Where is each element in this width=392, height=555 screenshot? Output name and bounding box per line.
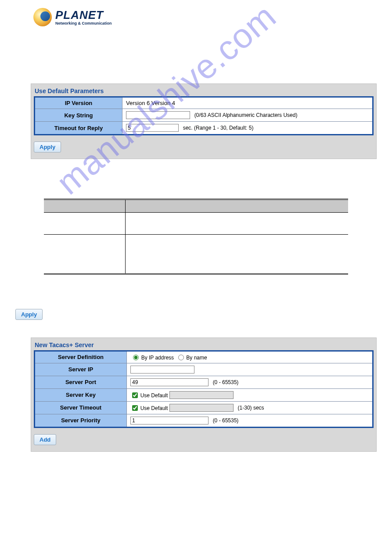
- by-ip-label: By IP address: [141, 355, 174, 361]
- table-row: Server Timeout Use Default (1-30) secs: [35, 401, 373, 414]
- brand-logo: PLANET Networking & Communication: [0, 0, 392, 26]
- server-port-hint: (0 - 65535): [213, 379, 239, 385]
- table-row: IP Version Version 6 Version 4: [35, 97, 373, 109]
- panel-title: New Tacacs+ Server: [34, 341, 374, 350]
- table-row: Server Priority (0 - 65535): [35, 414, 373, 427]
- table-row: Server Key Use Default: [35, 388, 373, 401]
- server-key-label: Server Key: [35, 388, 127, 401]
- key-string-input[interactable]: [126, 111, 190, 119]
- server-ip-input[interactable]: [130, 366, 194, 374]
- brand-name: PLANET: [55, 9, 112, 21]
- server-priority-input[interactable]: [130, 417, 209, 424]
- timeout-label: Timeout for Reply: [35, 122, 122, 135]
- server-key-input[interactable]: [169, 391, 234, 399]
- timeout-input[interactable]: [126, 124, 179, 132]
- add-button[interactable]: Add: [34, 434, 56, 445]
- panel-title: Use Default Parameters: [34, 87, 374, 96]
- server-definition-label: Server Definition: [35, 351, 127, 363]
- desc-cell: [44, 213, 125, 235]
- server-priority-hint: (0 - 65535): [213, 417, 239, 424]
- key-string-hint: (0/63 ASCII Alphanumeric Characters Used…: [194, 112, 298, 118]
- table-row: Timeout for Reply sec. (Range 1 - 30, De…: [35, 122, 373, 135]
- by-name-radio[interactable]: [178, 355, 184, 360]
- server-port-label: Server Port: [35, 376, 127, 388]
- table-row: Server Definition By IP address By name: [35, 351, 373, 363]
- server-timeout-use-default-label: Use Default: [140, 405, 168, 411]
- default-params-table: IP Version Version 6 Version 4 Key Strin…: [34, 96, 374, 135]
- by-ip-radio[interactable]: [133, 355, 139, 360]
- desc-cell: [44, 235, 125, 274]
- by-name-label: By name: [186, 355, 207, 361]
- use-default-parameters-panel: Use Default Parameters IP Version Versio…: [31, 83, 377, 159]
- apply-button[interactable]: Apply: [34, 141, 61, 152]
- globe-icon: [33, 8, 52, 26]
- ip-version-value: Version 6 Version 4: [122, 97, 373, 109]
- server-port-input[interactable]: [130, 378, 209, 386]
- desc-header-right: [125, 200, 348, 213]
- server-key-use-default-label: Use Default: [140, 392, 168, 398]
- key-string-label: Key String: [35, 109, 122, 122]
- table-row: Key String (0/63 ASCII Alphanumeric Char…: [35, 109, 373, 122]
- ip-version-label: IP Version: [35, 97, 122, 109]
- timeout-hint: sec. (Range 1 - 30, Default: 5): [183, 125, 254, 131]
- server-ip-label: Server IP: [35, 363, 127, 376]
- desc-header-left: [44, 200, 125, 213]
- server-timeout-input[interactable]: [169, 404, 234, 412]
- server-timeout-label: Server Timeout: [35, 401, 127, 414]
- desc-cell: [125, 235, 348, 274]
- description-table: [44, 199, 348, 275]
- table-row: Server Port (0 - 65535): [35, 376, 373, 388]
- tacacs-table: Server Definition By IP address By name …: [34, 350, 374, 428]
- apply-button[interactable]: Apply: [15, 309, 43, 320]
- table-row: Server IP: [35, 363, 373, 376]
- server-timeout-use-default-checkbox[interactable]: [132, 405, 138, 411]
- server-key-use-default-checkbox[interactable]: [132, 392, 138, 398]
- server-timeout-hint: (1-30) secs: [238, 405, 264, 411]
- desc-cell: [125, 213, 348, 235]
- description-table-wrap: [44, 199, 348, 275]
- server-priority-label: Server Priority: [35, 414, 127, 427]
- brand-tagline: Networking & Communication: [55, 22, 112, 25]
- new-tacacs-server-panel: New Tacacs+ Server Server Definition By …: [31, 337, 377, 452]
